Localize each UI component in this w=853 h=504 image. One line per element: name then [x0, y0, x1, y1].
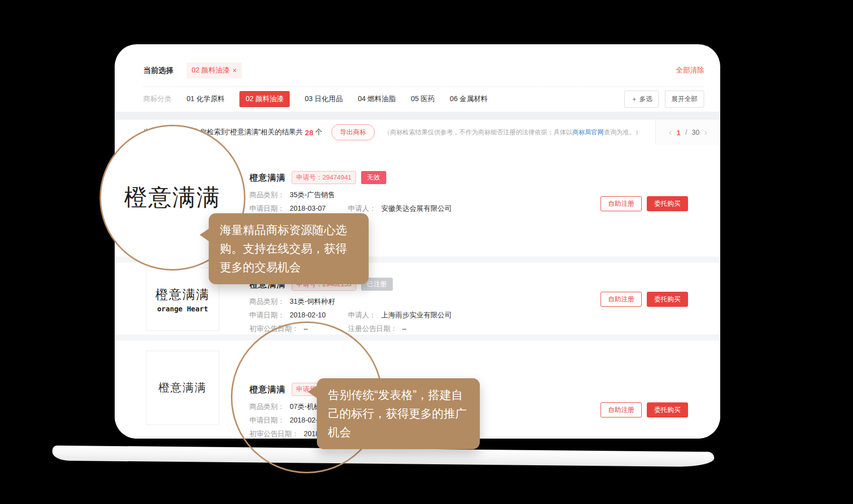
expand-all-button[interactable]: 展开全部 — [665, 91, 704, 108]
promo-tooltip-trade-text: 海量精品商标资源随心选购。支持在线交易，获得更多的交易机会 — [220, 223, 347, 274]
category-item-01[interactable]: 01 化学原料 — [187, 95, 224, 104]
promo-tooltip-promotion-text: 告别传统“发表格”，搭建自己的标行，获得更多的推广机会 — [328, 388, 467, 439]
trademark-office-link[interactable]: 商标局官网 — [572, 129, 604, 136]
apply-date-label: 申请日期： — [249, 204, 285, 213]
category-field-value: 31类-饲料种籽 — [290, 297, 335, 306]
self-register-button[interactable]: 自助注册 — [601, 196, 642, 211]
total-pages: 30 — [692, 128, 700, 136]
application-number-badge: 申请号：29474941 — [292, 171, 356, 184]
tooltip-arrow-left-icon — [200, 228, 209, 241]
apply-date-label: 申请日期： — [249, 311, 285, 320]
disclaimer-text-after: 查询为准。） — [604, 129, 642, 136]
thumbnail-subtext: orange Heart — [157, 305, 208, 313]
row-actions-1: 自助注册 委托购买 — [601, 196, 688, 211]
trademark-thumbnail-3: 橙意满满 — [146, 351, 219, 425]
export-trademarks-button[interactable]: 导出商标 — [331, 124, 375, 140]
results-count: 28 — [305, 128, 313, 137]
promo-tooltip-promotion: 告别传统“发表格”，搭建自己的标行，获得更多的推广机会 — [317, 378, 480, 449]
category-item-02-selected[interactable]: 02 颜料油漆 — [239, 91, 289, 107]
current-selection-label: 当前选择 — [143, 66, 174, 75]
remove-filter-icon[interactable]: × — [232, 67, 236, 74]
results-unit: 个 — [315, 128, 322, 137]
promo-tooltip-trade: 海量精品商标资源随心选购。支持在线交易，获得更多的交易机会 — [209, 213, 369, 284]
category-field-label: 商品类别： — [249, 297, 285, 306]
reg-notice-label: 注册公告日期： — [348, 324, 397, 332]
row-actions-2: 自助注册 委托购买 — [601, 292, 688, 307]
pagination: ‹ 1 / 30 › — [655, 120, 720, 145]
self-register-button[interactable]: 自助注册 — [601, 402, 642, 417]
disclaimer-text-before: （商标检索结果仅供参考，不作为商标能否注册的法律依据；具体以 — [384, 129, 572, 136]
selected-filter-tag-text: 02 颜料油漆 — [192, 66, 229, 75]
current-selection-bar: 当前选择 02 颜料油漆 × 全部清除 — [143, 59, 704, 81]
category-field-label: 商品类别： — [249, 191, 285, 200]
self-register-button[interactable]: 自助注册 — [601, 292, 642, 307]
category-item-03[interactable]: 03 日化用品 — [305, 95, 343, 104]
next-page-icon[interactable]: › — [704, 128, 707, 137]
entrust-purchase-button[interactable]: 委托购买 — [647, 196, 688, 211]
clear-all-button[interactable]: 全部清除 — [676, 66, 704, 75]
thumbnail-text: 橙意满满 — [155, 286, 210, 303]
row-divider — [115, 334, 720, 341]
category-bar-actions: ＋ 多选 展开全部 — [624, 91, 704, 108]
selected-filter-tag[interactable]: 02 颜料油漆 × — [187, 62, 242, 78]
category-item-05[interactable]: 05 医药 — [411, 95, 435, 104]
section-divider-band — [115, 112, 720, 120]
applicant-value: 安徽美达会展有限公司 — [381, 204, 452, 212]
result-row-2: 橙意满满 orange Heart 橙意满满 申请号：29482153 已注册 … — [115, 263, 720, 334]
prev-page-icon[interactable]: ‹ — [669, 128, 672, 137]
results-disclaimer: （商标检索结果仅供参考，不作为商标能否注册的法律依据；具体以商标局官网查询为准。… — [384, 128, 642, 137]
apply-date-value: 2018-02-10 — [290, 311, 326, 320]
applicant-label: 申请人： — [348, 311, 376, 319]
row-actions-3: 自助注册 委托购买 — [601, 402, 688, 417]
category-item-04[interactable]: 04 燃料油脂 — [358, 95, 395, 104]
entrust-purchase-button[interactable]: 委托购买 — [647, 402, 688, 417]
results-summary: 当前分类条件下为您检索到“橙意满满”相关的结果共 28 个 导出商标 （商标检索… — [143, 120, 654, 145]
magnified-trademark-text: 橙意满满 — [124, 182, 221, 213]
applicant-label: 申请人： — [348, 204, 376, 212]
page-separator: / — [685, 128, 687, 136]
entrust-purchase-button[interactable]: 委托购买 — [647, 292, 688, 307]
thumbnail-text: 橙意满满 — [158, 380, 207, 395]
applicant-value: 上海雨步实业有限公司 — [381, 311, 452, 319]
multi-select-button[interactable]: ＋ 多选 — [624, 91, 659, 108]
status-badge-invalid: 无效 — [361, 171, 386, 184]
trademark-name: 橙意满满 — [249, 172, 286, 184]
category-bar: 商标分类 01 化学原料 02 颜料油漆 03 日化用品 04 燃料油脂 05 … — [143, 88, 704, 111]
divider — [143, 87, 704, 87]
apply-date-value: 2018-03-07 — [290, 204, 326, 213]
current-page: 1 — [676, 128, 680, 137]
category-bar-label: 商标分类 — [143, 95, 172, 104]
result-details-1: 橙意满满 申请号：29474941 无效 商品类别：35类-广告销售 申请日期：… — [249, 145, 569, 215]
category-item-06[interactable]: 06 金属材料 — [450, 95, 487, 104]
tooltip-arrow-left-icon — [308, 385, 317, 398]
reg-notice-value: – — [402, 324, 406, 332]
category-field-value: 35类-广告销售 — [290, 191, 335, 200]
